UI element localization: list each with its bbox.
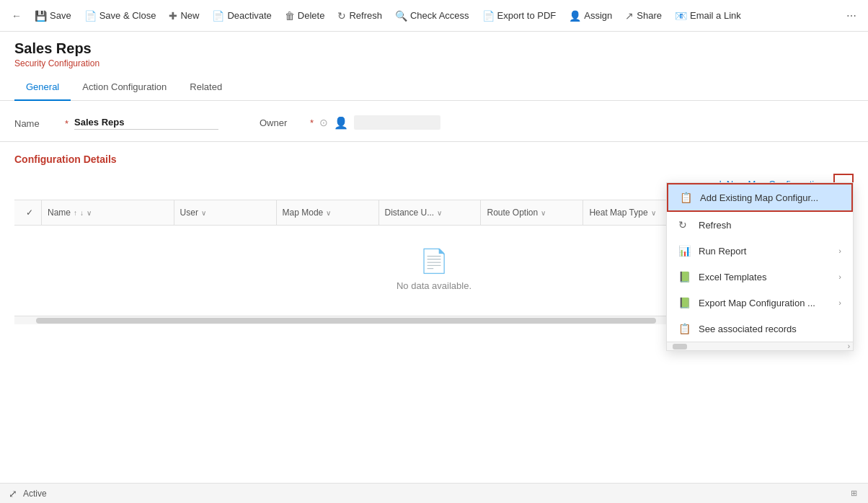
page-subtitle: Security Configuration <box>14 58 854 68</box>
header-route-option[interactable]: Route Option ∨ <box>481 200 583 225</box>
sort-down-icon: ↓ <box>80 209 84 217</box>
status-bar: ⤢ Active ⊞ <box>0 483 868 503</box>
export-pdf-icon: 📄 <box>482 10 495 22</box>
export-map-chevron: › <box>838 298 841 307</box>
save-icon: 💾 <box>35 10 47 22</box>
owner-person-icon: ⊙ <box>319 117 328 128</box>
save-close-button[interactable]: 📄 Save & Close <box>79 7 162 25</box>
header-user[interactable]: User ∨ <box>174 200 277 225</box>
more-icon: ⋯ <box>846 10 856 22</box>
email-link-button[interactable]: 📧 Email a Link <box>669 7 747 25</box>
excel-templates-item[interactable]: 📗 Excel Templates › <box>667 264 853 290</box>
assign-button[interactable]: 👤 Assign <box>563 7 618 25</box>
see-associated-records-item[interactable]: 📋 See associated records <box>667 316 853 342</box>
check-access-icon: 🔍 <box>395 10 407 22</box>
tab-bar: General Action Configuration Related <box>0 74 868 101</box>
refresh-button[interactable]: ↻ Refresh <box>332 7 388 25</box>
check-access-button[interactable]: 🔍 Check Access <box>389 7 475 25</box>
route-dropdown-icon: ∨ <box>541 209 546 217</box>
refresh-icon: ↻ <box>337 10 346 22</box>
heat-map-dropdown-icon: ∨ <box>651 209 656 217</box>
form-area: Name * Sales Reps Owner * ⊙ 👤 <box>0 101 868 142</box>
tab-general[interactable]: General <box>14 74 71 101</box>
scrollbar-thumb[interactable] <box>36 318 656 324</box>
owner-field: Owner * ⊙ 👤 <box>260 115 440 130</box>
delete-icon: 🗑 <box>285 10 295 22</box>
dropdown-scrollbar-thumb <box>673 344 687 350</box>
header-name[interactable]: Name ↑ ↓ ∨ <box>42 200 174 225</box>
excel-templates-icon: 📗 <box>678 271 691 282</box>
page-header: Sales Reps Security Configuration <box>0 32 868 68</box>
save-button[interactable]: 💾 Save <box>29 7 77 25</box>
back-button[interactable]: ← <box>6 7 27 25</box>
name-value: Sales Reps <box>74 117 218 130</box>
owner-label: Owner <box>260 117 303 128</box>
main-toolbar: ← 💾 Save 📄 Save & Close ✚ New 📄 Deactiva… <box>0 0 868 32</box>
empty-state-text: No data available. <box>397 280 471 291</box>
page-title: Sales Reps <box>14 40 854 57</box>
save-close-icon: 📄 <box>84 10 97 22</box>
name-dropdown-icon: ∨ <box>87 209 92 217</box>
new-button[interactable]: ✚ New <box>163 7 205 25</box>
assign-icon: 👤 <box>569 10 581 22</box>
header-checkbox-cell: ✓ <box>20 200 42 225</box>
see-associated-icon: 📋 <box>678 323 691 334</box>
run-report-item[interactable]: 📊 Run Report › <box>667 238 853 264</box>
empty-state-icon: 📄 <box>420 247 448 275</box>
config-title: Configuration Details <box>14 153 854 165</box>
config-section: Configuration Details + New Map Configur… <box>0 142 868 336</box>
back-icon: ← <box>12 10 22 22</box>
status-right-area: ⊞ <box>848 488 859 499</box>
tab-related[interactable]: Related <box>178 74 234 101</box>
export-map-icon: 📗 <box>678 297 691 308</box>
owner-user-icon: 👤 <box>334 116 348 130</box>
name-field: Name * Sales Reps <box>14 117 231 130</box>
dropdown-refresh-item[interactable]: ↻ Refresh <box>667 212 853 238</box>
status-text: Active <box>23 489 47 499</box>
owner-value <box>354 115 440 130</box>
dropdown-scroll-right: › <box>848 342 850 350</box>
new-icon: ✚ <box>169 10 177 22</box>
add-existing-map-config-item[interactable]: 📋 Add Existing Map Configur... <box>667 183 853 212</box>
delete-button[interactable]: 🗑 Delete <box>279 7 331 25</box>
excel-templates-chevron: › <box>838 272 841 281</box>
tab-action-configuration[interactable]: Action Configuration <box>71 74 178 101</box>
required-indicator: * <box>65 118 68 129</box>
deactivate-icon: 📄 <box>212 10 224 22</box>
dist-dropdown-icon: ∨ <box>437 209 442 217</box>
name-label: Name <box>14 118 58 129</box>
add-existing-icon: 📋 <box>680 192 693 203</box>
deactivate-button[interactable]: 📄 Deactivate <box>206 7 277 25</box>
context-dropdown-menu: 📋 Add Existing Map Configur... ↻ Refresh… <box>666 182 854 351</box>
share-button[interactable]: ↗ Share <box>619 7 668 25</box>
expand-icon[interactable]: ⤢ <box>9 488 17 499</box>
dropdown-refresh-icon: ↻ <box>678 219 691 231</box>
export-map-config-item[interactable]: 📗 Export Map Configuration ... › <box>667 290 853 316</box>
header-distance-unit[interactable]: Distance U... ∨ <box>379 200 482 225</box>
sort-up-icon: ↑ <box>74 209 77 217</box>
map-mode-dropdown-icon: ∨ <box>326 209 331 217</box>
more-options-button[interactable]: ⋯ <box>841 7 862 25</box>
run-report-chevron: › <box>838 246 841 255</box>
run-report-icon: 📊 <box>678 245 691 257</box>
header-map-mode[interactable]: Map Mode ∨ <box>277 200 379 225</box>
status-corner-icon: ⊞ <box>848 488 859 499</box>
check-icon: ✓ <box>26 208 33 218</box>
owner-required: * <box>310 117 314 128</box>
share-icon: ↗ <box>625 10 634 22</box>
email-icon: 📧 <box>675 10 687 22</box>
dropdown-scrollbar[interactable]: › <box>667 342 853 350</box>
export-pdf-button[interactable]: 📄 Export to PDF <box>477 7 562 25</box>
user-dropdown-icon: ∨ <box>201 209 206 217</box>
